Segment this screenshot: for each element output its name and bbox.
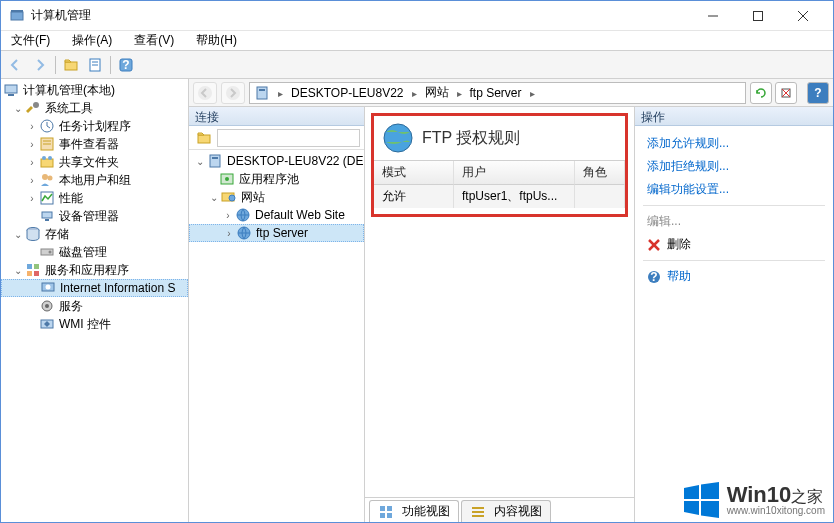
breadcrumb-forward-button[interactable] bbox=[221, 82, 245, 104]
connections-tree[interactable]: ⌄ DESKTOP-LEU8V22 (DE 应用程序池 ⌄ 网站 › bbox=[189, 150, 364, 522]
connections-folder-button[interactable] bbox=[193, 127, 215, 149]
toolbar-separator bbox=[55, 56, 56, 74]
expand-icon[interactable]: › bbox=[25, 139, 39, 150]
col-mode-header[interactable]: 模式 bbox=[374, 161, 454, 185]
menu-file[interactable]: 文件(F) bbox=[7, 31, 54, 50]
tree-services[interactable]: 服务 bbox=[1, 297, 188, 315]
ftp-rules-box: FTP 授权规则 模式 用户 角色 允许 ftpUser1、ftpUs... bbox=[371, 113, 628, 217]
toolbar-help-icon[interactable]: ? bbox=[115, 54, 137, 76]
conn-host-node[interactable]: ⌄ DESKTOP-LEU8V22 (DE bbox=[189, 152, 364, 170]
tree-task-scheduler[interactable]: › 任务计划程序 bbox=[1, 117, 188, 135]
expand-icon[interactable]: › bbox=[25, 175, 39, 186]
tree-root-label: 计算机管理(本地) bbox=[23, 82, 115, 99]
maximize-button[interactable] bbox=[735, 2, 780, 30]
window-controls bbox=[690, 2, 825, 30]
menu-help[interactable]: 帮助(H) bbox=[192, 31, 241, 50]
breadcrumb-back-button[interactable] bbox=[193, 82, 217, 104]
menu-operate[interactable]: 操作(A) bbox=[68, 31, 116, 50]
refresh-all-button[interactable] bbox=[750, 82, 772, 104]
crumb-host[interactable]: DESKTOP-LEU8V22 bbox=[287, 86, 408, 100]
stop-button[interactable] bbox=[775, 82, 797, 104]
collapse-icon[interactable]: ⌄ bbox=[193, 156, 207, 167]
action-edit[interactable]: 编辑... bbox=[635, 210, 833, 233]
nav-back-button[interactable] bbox=[5, 54, 27, 76]
actions-list: 添加允许规则... 添加拒绝规则... 编辑功能设置... 编辑... 删除 bbox=[635, 126, 833, 294]
svg-rect-62 bbox=[387, 513, 392, 518]
svg-rect-63 bbox=[472, 507, 484, 509]
crumb-ftpserver[interactable]: ftp Server bbox=[466, 86, 526, 100]
tree-iis[interactable]: Internet Information S bbox=[1, 279, 188, 297]
svg-point-40 bbox=[226, 86, 240, 100]
action-delete[interactable]: 删除 bbox=[635, 233, 833, 256]
svg-rect-33 bbox=[34, 271, 39, 276]
tree-root[interactable]: 计算机管理(本地) bbox=[1, 81, 188, 99]
ftp-title-row: FTP 授权规则 bbox=[374, 116, 625, 160]
tree-performance[interactable]: › 性能 bbox=[1, 189, 188, 207]
perf-icon bbox=[39, 190, 55, 206]
connections-toolbar bbox=[189, 126, 364, 150]
table-header-row: 模式 用户 角色 bbox=[374, 161, 625, 185]
cell-mode: 允许 bbox=[374, 185, 454, 208]
expand-icon[interactable]: › bbox=[25, 193, 39, 204]
tab-content-view[interactable]: 内容视图 bbox=[461, 500, 551, 522]
conn-app-pools[interactable]: 应用程序池 bbox=[189, 170, 364, 188]
tree-disk-mgmt[interactable]: 磁盘管理 bbox=[1, 243, 188, 261]
action-help[interactable]: ? 帮助 bbox=[635, 265, 833, 288]
help-button[interactable]: ? bbox=[807, 82, 829, 104]
management-tree: 计算机管理(本地) ⌄ 系统工具 › 任务计划程序 › 事件查看器 › 共享文件… bbox=[1, 79, 188, 335]
minimize-button[interactable] bbox=[690, 2, 735, 30]
expand-icon[interactable]: › bbox=[222, 228, 236, 239]
tree-local-users[interactable]: › 本地用户和组 bbox=[1, 171, 188, 189]
tree-wmi[interactable]: WMI 控件 bbox=[1, 315, 188, 333]
crumb-sites[interactable]: 网站 bbox=[421, 84, 453, 101]
collapse-icon[interactable]: ⌄ bbox=[11, 265, 25, 276]
action-edit-feature[interactable]: 编辑功能设置... bbox=[635, 178, 833, 201]
tree-system-tools[interactable]: ⌄ 系统工具 bbox=[1, 99, 188, 117]
nav-forward-button[interactable] bbox=[29, 54, 51, 76]
titlebar: 计算机管理 bbox=[1, 1, 833, 31]
globe-icon bbox=[235, 207, 251, 223]
svg-point-54 bbox=[229, 195, 235, 201]
connections-search-input[interactable] bbox=[217, 129, 360, 147]
svg-rect-50 bbox=[212, 157, 218, 159]
tab-feature-view[interactable]: 功能视图 bbox=[369, 500, 459, 522]
collapse-icon[interactable]: ⌄ bbox=[11, 229, 25, 240]
svg-rect-13 bbox=[8, 94, 14, 96]
menu-view[interactable]: 查看(V) bbox=[130, 31, 178, 50]
chevron-right-icon bbox=[455, 86, 464, 100]
tree-device-manager[interactable]: 设备管理器 bbox=[1, 207, 188, 225]
toolbar-properties-icon[interactable] bbox=[84, 54, 106, 76]
expand-icon[interactable]: › bbox=[25, 121, 39, 132]
toolbar-folder-icon[interactable] bbox=[60, 54, 82, 76]
right-area: DESKTOP-LEU8V22 网站 ftp Server ? 连接 bbox=[189, 79, 833, 522]
table-row[interactable]: 允许 ftpUser1、ftpUs... bbox=[374, 185, 625, 208]
svg-point-14 bbox=[33, 102, 39, 108]
tree-storage[interactable]: ⌄ 存储 bbox=[1, 225, 188, 243]
collapse-icon[interactable]: ⌄ bbox=[11, 103, 25, 114]
conn-ftp-site[interactable]: › ftp Server bbox=[189, 224, 364, 242]
toolbar-separator bbox=[110, 56, 111, 74]
col-role-header[interactable]: 角色 bbox=[575, 161, 625, 185]
toolbar: ? bbox=[1, 51, 833, 79]
content-tab-icon bbox=[470, 504, 486, 520]
disk-icon bbox=[39, 244, 55, 260]
chevron-right-icon bbox=[410, 86, 419, 100]
conn-default-site[interactable]: › Default Web Site bbox=[189, 206, 364, 224]
expand-icon[interactable]: › bbox=[221, 210, 235, 221]
apps-icon bbox=[25, 262, 41, 278]
action-add-allow[interactable]: 添加允许规则... bbox=[635, 132, 833, 155]
close-button[interactable] bbox=[780, 2, 825, 30]
collapse-icon[interactable]: ⌄ bbox=[207, 192, 221, 203]
tree-event-viewer[interactable]: › 事件查看器 bbox=[1, 135, 188, 153]
left-tree-panel[interactable]: 计算机管理(本地) ⌄ 系统工具 › 任务计划程序 › 事件查看器 › 共享文件… bbox=[1, 79, 189, 522]
chevron-right-icon bbox=[528, 86, 537, 100]
tab-feature-label: 功能视图 bbox=[402, 503, 450, 520]
ftp-rules-title: FTP 授权规则 bbox=[422, 128, 520, 149]
breadcrumb-path[interactable]: DESKTOP-LEU8V22 网站 ftp Server bbox=[249, 82, 746, 104]
tree-shared-folders[interactable]: › 共享文件夹 bbox=[1, 153, 188, 171]
col-user-header[interactable]: 用户 bbox=[454, 161, 575, 185]
conn-sites-node[interactable]: ⌄ 网站 bbox=[189, 188, 364, 206]
expand-icon[interactable]: › bbox=[25, 157, 39, 168]
action-add-deny[interactable]: 添加拒绝规则... bbox=[635, 155, 833, 178]
tree-services-apps[interactable]: ⌄ 服务和应用程序 bbox=[1, 261, 188, 279]
